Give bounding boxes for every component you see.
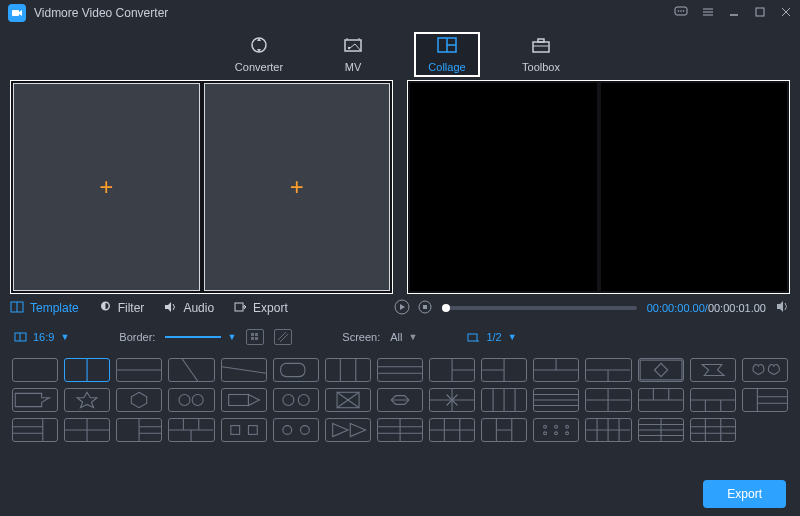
svg-marker-69 [248,395,259,406]
maximize-button[interactable] [754,6,766,21]
template-item[interactable] [585,358,631,382]
aspect-select[interactable]: 16:9 ▼ [14,331,69,343]
svg-rect-0 [12,10,19,16]
svg-line-46 [183,359,198,381]
template-item[interactable] [585,418,631,442]
template-item[interactable] [64,358,110,382]
collage-icon [436,36,458,57]
workspace: + + [0,80,800,294]
subtab-audio[interactable]: Audio [164,301,214,316]
template-item[interactable] [64,418,110,442]
template-item[interactable] [585,388,631,412]
template-item[interactable] [168,418,214,442]
close-button[interactable] [780,6,792,21]
template-item[interactable] [481,358,527,382]
template-item[interactable] [429,388,475,412]
template-item[interactable] [377,358,423,382]
subtab-export[interactable]: Export [234,301,288,316]
template-item[interactable] [377,418,423,442]
template-item[interactable] [377,388,423,412]
template-item[interactable] [481,388,527,412]
svg-point-66 [179,395,190,406]
feedback-icon[interactable] [674,6,688,21]
template-item[interactable] [742,388,788,412]
template-item[interactable] [116,358,162,382]
timeline-slider[interactable] [442,306,637,310]
template-item[interactable] [325,358,371,382]
tab-collage[interactable]: Collage [414,32,480,77]
tab-mv[interactable]: MV [320,32,386,77]
template-item[interactable] [325,418,371,442]
minimize-button[interactable] [728,6,740,21]
template-item[interactable] [273,388,319,412]
svg-rect-32 [423,305,427,309]
template-item[interactable] [12,418,58,442]
svg-rect-22 [533,42,549,52]
export-button[interactable]: Export [703,480,786,508]
template-icon [10,301,24,316]
collage-slot-2[interactable]: + [204,83,391,291]
svg-line-47 [222,367,266,374]
svg-point-125 [555,425,558,428]
template-item[interactable] [168,358,214,382]
svg-point-128 [555,432,558,435]
subtab-filter[interactable]: Filter [99,301,145,315]
template-item[interactable] [481,418,527,442]
export-icon [234,301,247,316]
svg-point-16 [348,46,350,48]
svg-rect-39 [255,337,258,340]
template-item[interactable] [116,388,162,412]
converter-icon [249,36,269,57]
border-style-select[interactable]: ▼ [165,332,236,342]
svg-point-129 [566,432,569,435]
template-item[interactable] [12,358,58,382]
template-item[interactable] [690,388,736,412]
template-item[interactable] [168,388,214,412]
svg-point-70 [283,395,294,406]
template-item[interactable] [533,388,579,412]
border-pattern-button[interactable] [274,329,292,345]
template-item[interactable] [533,418,579,442]
screen-select[interactable]: All ▼ [390,331,417,343]
footer: Export [0,472,800,516]
tab-converter[interactable]: Converter [226,32,292,77]
border-color-button[interactable] [246,329,264,345]
template-item[interactable] [690,418,736,442]
svg-rect-42 [468,334,477,341]
sub-tabs-bar: Template Filter Audio Export 00:00:00.00… [0,294,800,322]
template-item[interactable] [116,418,162,442]
template-item[interactable] [742,358,788,382]
template-item[interactable] [638,358,684,382]
volume-icon[interactable] [776,300,790,316]
template-item[interactable] [429,418,475,442]
template-item[interactable] [221,388,267,412]
template-item[interactable] [221,418,267,442]
svg-line-40 [278,332,286,340]
template-item[interactable] [221,358,267,382]
page-select[interactable]: 1/2 ▼ [467,331,516,343]
play-button[interactable] [394,299,410,318]
template-item[interactable] [533,358,579,382]
template-item[interactable] [638,418,684,442]
template-item[interactable] [638,388,684,412]
template-item[interactable] [273,358,319,382]
template-item[interactable] [325,388,371,412]
subtab-template[interactable]: Template [10,301,79,316]
template-item[interactable] [273,418,319,442]
svg-rect-28 [235,303,243,311]
preview-slot-1 [410,83,597,291]
collage-slot-1[interactable]: + [13,83,200,291]
menu-icon[interactable] [702,6,714,21]
template-item[interactable] [64,388,110,412]
svg-rect-110 [248,426,257,435]
preview-slot-2 [601,83,788,291]
stop-button[interactable] [418,300,432,317]
template-item[interactable] [690,358,736,382]
template-item[interactable] [12,388,58,412]
svg-point-71 [298,395,309,406]
tab-toolbox[interactable]: Toolbox [508,32,574,77]
titlebar: Vidmore Video Converter [0,0,800,26]
preview-pane [407,80,790,294]
template-item[interactable] [429,358,475,382]
svg-point-124 [544,425,547,428]
